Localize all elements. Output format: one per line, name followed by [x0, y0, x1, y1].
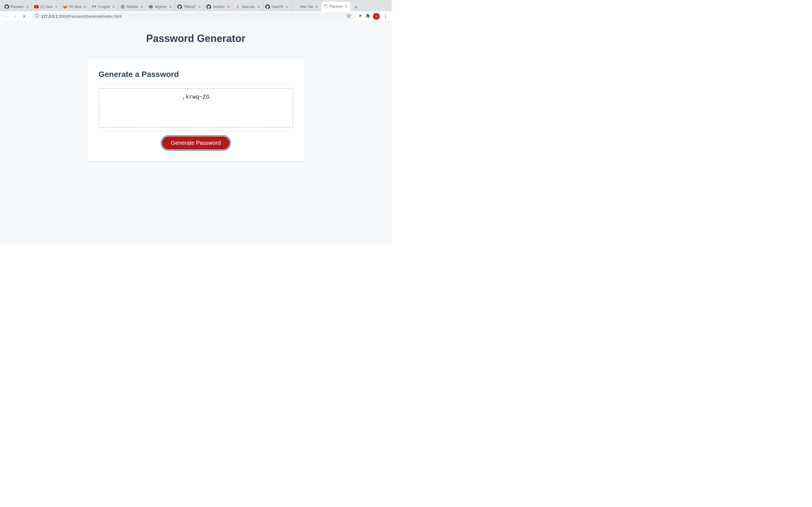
browser-tab[interactable]: Passwor × — [2, 2, 32, 11]
browser-tab[interactable]: Java pas × — [233, 2, 263, 11]
info-icon[interactable] — [35, 14, 39, 18]
tab-title: Java pas — [241, 5, 255, 9]
extension-icon[interactable] — [358, 13, 363, 19]
gitlab-icon — [63, 4, 67, 9]
close-icon[interactable]: × — [112, 5, 116, 9]
codepen-icon — [149, 4, 153, 9]
divider — [99, 84, 293, 85]
address-bar[interactable]: 127.0.0.1:5500/PasswordGenerate/index.ht… — [32, 12, 354, 20]
svg-point-10 — [385, 14, 386, 15]
close-icon[interactable]: × — [226, 5, 231, 9]
browser-tab-active[interactable]: Passwor × — [321, 2, 350, 11]
browser-toolbar: 127.0.0.1:5500/PasswordGenerate/index.ht… — [0, 11, 392, 21]
extensions-icon[interactable] — [366, 13, 370, 19]
gmail-icon — [92, 4, 96, 9]
browser-tab[interactable]: beginne × — [146, 2, 175, 11]
browser-tab[interactable]: JavaScr × — [204, 2, 233, 11]
browser-tab[interactable]: Dashbo × — [118, 2, 146, 11]
tab-title: 03-Java — [69, 5, 81, 9]
tab-title: (2) Java — [40, 5, 52, 9]
stop-button[interactable] — [20, 12, 28, 20]
stackoverflow-icon — [235, 4, 240, 9]
tab-title: Passwor — [11, 5, 24, 9]
browser-tab[interactable]: niyati78 × — [263, 2, 291, 11]
close-icon[interactable]: × — [168, 5, 172, 9]
github-icon — [265, 4, 270, 9]
bookmark-star-icon[interactable] — [347, 13, 351, 19]
tab-title: Congrat — [98, 5, 110, 9]
tab-title: JavaScr — [213, 5, 225, 9]
youtube-icon — [34, 4, 39, 9]
close-icon[interactable]: × — [257, 5, 260, 9]
svg-marker-9 — [347, 14, 350, 17]
profile-avatar[interactable]: n — [373, 13, 380, 20]
profile-letter: n — [375, 14, 377, 18]
menu-icon[interactable] — [383, 14, 388, 18]
browser-tab[interactable]: TiffanyC × — [175, 2, 204, 11]
generator-card: Generate a Password ,krwq~ZG Generate Pa… — [87, 59, 305, 161]
close-icon[interactable]: × — [285, 5, 289, 9]
blank-icon — [294, 4, 298, 9]
tab-title: Passwor — [329, 4, 343, 8]
close-icon[interactable]: × — [54, 5, 58, 9]
button-wrap: Generate Password — [99, 136, 293, 150]
close-icon[interactable]: × — [344, 4, 348, 8]
tab-title: Dashbo — [126, 5, 138, 9]
new-tab-button[interactable]: + — [352, 3, 360, 11]
globe-icon — [120, 4, 125, 9]
github-icon — [4, 4, 9, 9]
tab-title: niyati78 — [271, 5, 283, 9]
close-icon[interactable]: × — [140, 5, 144, 9]
loading-icon — [323, 4, 328, 9]
close-icon[interactable]: × — [26, 5, 29, 9]
svg-point-11 — [385, 16, 386, 17]
browser-tab[interactable]: Congrat × — [89, 2, 118, 11]
url-text: 127.0.0.1:5500/PasswordGenerate/index.ht… — [41, 14, 344, 18]
password-output-box: ,krwq~ZG — [99, 88, 293, 128]
svg-point-12 — [385, 17, 386, 18]
browser-tab-bar: Passwor × (2) Java × 03-Java × Congrat ×… — [0, 0, 392, 11]
github-icon — [177, 4, 182, 9]
tab-title: TiffanyC — [184, 5, 196, 9]
close-icon[interactable]: × — [198, 5, 202, 9]
github-icon — [206, 4, 211, 9]
back-button[interactable] — [2, 12, 10, 20]
browser-tab[interactable]: New Tab × — [292, 2, 321, 11]
tab-title: New Tab — [300, 5, 313, 9]
toolbar-right: n — [358, 13, 389, 20]
card-title: Generate a Password — [99, 70, 293, 79]
password-value: ,krwq~ZG — [182, 94, 209, 100]
browser-tab[interactable]: (2) Java × — [32, 2, 61, 11]
forward-button[interactable] — [11, 12, 19, 20]
page-content: Password Generator Generate a Password ,… — [0, 21, 392, 244]
generate-button[interactable]: Generate Password — [162, 136, 230, 150]
close-icon[interactable]: × — [315, 5, 319, 9]
browser-tab[interactable]: 03-Java × — [61, 2, 89, 11]
page-title: Password Generator — [0, 33, 392, 45]
tab-title: beginne — [155, 5, 167, 9]
close-icon[interactable]: × — [83, 5, 87, 9]
